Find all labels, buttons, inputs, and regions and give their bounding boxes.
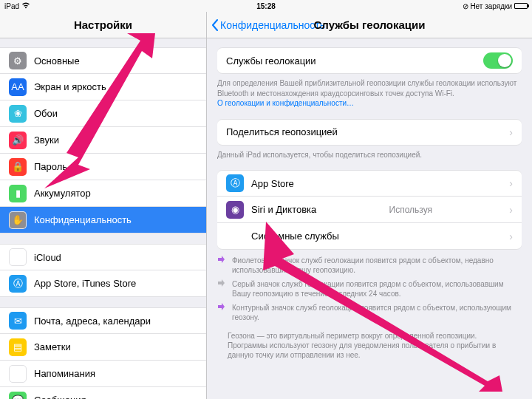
back-button[interactable]: Конфиденциальность: [207, 19, 325, 31]
sidebar-item-label: Основные: [34, 55, 80, 66]
legend-text: Контурный значок служб геолокации появит…: [232, 303, 522, 322]
share-label: Поделиться геопозицией: [226, 126, 338, 137]
sidebar-item-label: Конфиденциальность: [34, 214, 132, 225]
appstore-icon: Ⓐ: [9, 275, 27, 293]
location-arrow-icon: [217, 279, 226, 299]
reminders-icon: ☑: [9, 365, 27, 383]
charging-status: ⊘ Нет зарядки: [463, 2, 512, 10]
sidebar-item-label: Напоминания: [34, 368, 95, 379]
siri-icon: ◉: [226, 201, 244, 219]
display-icon: AA: [9, 78, 27, 96]
sidebar-item-напоминания[interactable]: ☑Напоминания: [0, 361, 206, 387]
page-title: Службы геолокации: [314, 18, 426, 31]
sidebar-item-основные[interactable]: ⚙Основные: [0, 47, 206, 74]
gear-icon: ⚙: [9, 52, 27, 69]
legend-text: Серый значок служб геолокации появится р…: [232, 279, 522, 299]
messages-icon: 💬: [9, 392, 27, 400]
sidebar-item-аккумулятор[interactable]: ▮Аккумулятор: [0, 180, 206, 207]
toggle-footnote: Для определения Вашей приблизительной ге…: [207, 74, 532, 109]
sidebar-item-почта-адреса-календари[interactable]: ✉Почта, адреса, календари: [0, 307, 206, 334]
sidebar-item-label: Обои: [34, 108, 58, 119]
chevron-right-icon: ›: [509, 177, 513, 189]
battery-icon: [514, 3, 528, 9]
app-label: Siri и Диктовка: [251, 204, 316, 215]
sidebar-item-label: Почта, адреса, календари: [34, 316, 151, 327]
sidebar-item-label: Заметки: [34, 341, 71, 352]
lock-icon: 🔒: [9, 158, 27, 176]
sidebar-item-icloud[interactable]: ☁iCloud: [0, 244, 206, 270]
app-row-системные-службы[interactable]: Системные службы›: [217, 223, 522, 250]
wifi-icon: [21, 2, 30, 10]
legend-text: Фиолетовый значок служб геолокации появи…: [232, 256, 522, 275]
clock: 15:28: [256, 2, 276, 10]
location-arrow-icon: [217, 256, 226, 275]
sidebar-item-экран-и-яркость[interactable]: AAЭкран и яркость: [0, 74, 206, 100]
share-footnote: Данный iPad используется, чтобы поделить…: [207, 146, 532, 160]
app-row-app-store[interactable]: ⒶApp Store›: [217, 170, 522, 197]
geozone-text: Геозона — это виртуальный периметр вокру…: [207, 327, 532, 360]
location-arrow-icon: [217, 303, 226, 322]
sidebar-item-конфиденциальность[interactable]: ✋Конфиденциальность: [0, 207, 206, 233]
app-row-siri-и-диктовка[interactable]: ◉Siri и ДиктовкаИспользуя›: [217, 197, 522, 223]
sidebar-item-label: Звуки: [34, 134, 59, 146]
app-status: Используя: [389, 205, 433, 215]
sidebar-item-пароль[interactable]: 🔒Пароль: [0, 154, 206, 180]
about-link[interactable]: О геолокации и конфиденциальности…: [217, 99, 354, 107]
status-bar: iPad 15:28 ⊘ Нет зарядки: [0, 0, 532, 12]
sidebar-item-сообщения[interactable]: 💬Сообщения: [0, 387, 206, 399]
sidebar-item-app-store-itunes-store[interactable]: ⒶApp Store, iTunes Store: [0, 270, 206, 297]
notes-icon: ▤: [9, 338, 27, 356]
sidebar-item-label: Сообщения: [34, 395, 86, 399]
sidebar-title: Настройки: [0, 12, 207, 38]
chevron-right-icon: ›: [509, 126, 513, 138]
appstore-icon: Ⓐ: [226, 174, 244, 192]
cloud-icon: ☁: [9, 248, 27, 266]
battery-icon: ▮: [9, 185, 27, 202]
back-label: Конфиденциальность: [220, 19, 325, 31]
sound-icon: 🔊: [9, 132, 27, 149]
sidebar-item-заметки[interactable]: ▤Заметки: [0, 334, 206, 361]
wallpaper-icon: ❀: [9, 105, 27, 123]
sidebar-item-обои[interactable]: ❀Обои: [0, 100, 206, 127]
sidebar-item-звуки[interactable]: 🔊Звуки: [0, 127, 206, 154]
sidebar-item-label: Пароль: [34, 161, 67, 172]
legend: Фиолетовый значок служб геолокации появи…: [207, 250, 532, 322]
location-toggle[interactable]: [483, 52, 513, 69]
toggle-label: Службы геолокации: [226, 55, 316, 66]
app-label: Системные службы: [251, 231, 339, 242]
device-label: iPad: [4, 2, 19, 10]
app-label: App Store: [251, 178, 294, 189]
chevron-right-icon: ›: [509, 204, 513, 216]
detail-pane[interactable]: Службы геолокации Для определения Вашей …: [207, 38, 532, 399]
location-toggle-row[interactable]: Службы геолокации: [217, 47, 522, 74]
hand-icon: ✋: [9, 211, 27, 229]
chevron-right-icon: ›: [509, 231, 513, 242]
sidebar-item-label: iCloud: [34, 252, 61, 263]
sidebar-item-label: Аккумулятор: [34, 188, 91, 199]
sidebar-item-label: App Store, iTunes Store: [34, 278, 136, 289]
share-location-row[interactable]: Поделиться геопозицией ›: [217, 119, 522, 146]
sidebar[interactable]: ⚙ОсновныеAAЭкран и яркость❀Обои🔊Звуки🔒Па…: [0, 38, 207, 399]
mail-icon: ✉: [9, 312, 27, 330]
sidebar-item-label: Экран и яркость: [34, 81, 106, 92]
